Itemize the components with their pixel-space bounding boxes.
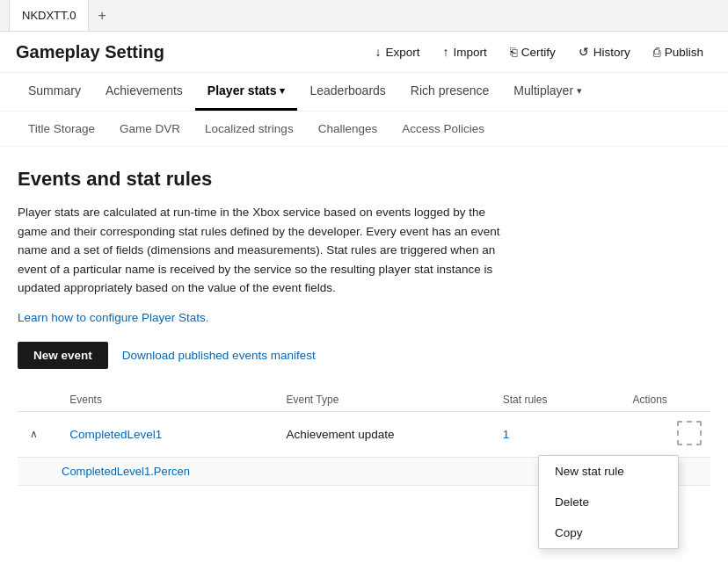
tab-nkdxtt[interactable]: NKDXTT.0 — [9, 0, 89, 31]
col-stat-rules-label: Stat rules — [503, 394, 548, 406]
nav-leaderboards-label: Leaderboards — [309, 83, 385, 98]
table-row: ∧ CompletedLevel1 Achievement update 1 — [18, 411, 710, 457]
col-actions-label: Actions — [633, 394, 667, 406]
new-event-button[interactable]: New event — [18, 342, 108, 369]
nav-game-dvr[interactable]: Game DVR — [107, 112, 193, 146]
multiplayer-chevron-icon: ▾ — [577, 85, 582, 97]
context-menu-new-stat-rule[interactable]: New stat rule — [539, 456, 678, 487]
nav-multiplayer-label: Multiplayer — [513, 83, 573, 98]
import-label: Import — [453, 46, 486, 59]
table-header-row: Events Event Type Stat rules Actions — [18, 388, 710, 412]
nav-rich-presence[interactable]: Rich presence — [398, 73, 502, 111]
actions-row: New event Download published events mani… — [18, 342, 710, 369]
event-name-link[interactable]: CompletedLevel1 — [69, 428, 162, 441]
nav-challenges[interactable]: Challenges — [306, 112, 390, 146]
history-label: History — [593, 46, 630, 59]
nav-summary[interactable]: Summary — [16, 73, 93, 111]
publish-icon: ⎙ — [653, 45, 660, 59]
publish-button[interactable]: ⎙ Publish — [644, 40, 712, 63]
nav-title-storage-label: Title Storage — [28, 122, 95, 135]
col-header-stat-rules: Stat rules — [494, 388, 624, 412]
col-event-type-label: Event Type — [287, 394, 339, 406]
app-title: Gameplay Setting — [16, 42, 352, 62]
col-header-actions: Actions — [624, 388, 711, 412]
nav-player-stats[interactable]: Player stats ▾ — [195, 73, 298, 111]
tab-bar: NKDXTT.0 + — [0, 0, 728, 32]
certify-button[interactable]: ⎗ Certify — [501, 40, 564, 63]
export-label: Export — [385, 46, 419, 59]
expand-cell: ∧ — [18, 411, 61, 457]
tab-label: NKDXTT.0 — [22, 9, 76, 22]
export-button[interactable]: ↓ Export — [366, 40, 428, 63]
import-icon: ↑ — [442, 45, 448, 59]
history-icon: ↺ — [579, 45, 589, 59]
description-text: Player stats are calculated at run-time … — [18, 203, 510, 298]
actions-dashed-button[interactable] — [677, 421, 702, 445]
download-manifest-link[interactable]: Download published events manifest — [122, 349, 316, 362]
export-icon: ↓ — [375, 45, 381, 59]
col-header-event-type: Event Type — [278, 388, 494, 412]
nav-bar-primary: Summary Achievements Player stats ▾ Lead… — [0, 73, 728, 112]
player-stats-chevron-icon: ▾ — [280, 85, 285, 97]
nav-localized-strings[interactable]: Localized strings — [193, 112, 306, 146]
col-header-expand — [18, 388, 61, 412]
col-events-label: Events — [69, 394, 102, 406]
stat-rules-cell: 1 — [494, 411, 624, 457]
nav-game-dvr-label: Game DVR — [120, 122, 180, 135]
expand-button[interactable]: ∧ — [26, 426, 41, 442]
nav-achievements-label: Achievements — [106, 83, 183, 98]
nav-summary-label: Summary — [28, 83, 81, 98]
context-menu-delete[interactable]: Delete — [539, 487, 678, 517]
history-button[interactable]: ↺ History — [570, 40, 639, 63]
new-tab-button[interactable]: + — [89, 8, 114, 24]
publish-label: Publish — [665, 46, 703, 59]
import-button[interactable]: ↑ Import — [433, 40, 495, 63]
event-type-value: Achievement update — [287, 428, 395, 441]
nav-localized-strings-label: Localized strings — [205, 122, 294, 135]
actions-cell — [624, 411, 711, 457]
nav-achievements[interactable]: Achievements — [93, 73, 195, 111]
nav-player-stats-label: Player stats — [207, 83, 277, 98]
nav-title-storage[interactable]: Title Storage — [16, 112, 107, 146]
col-header-events: Events — [61, 388, 277, 412]
stat-rules-link[interactable]: 1 — [503, 428, 510, 441]
app-header: Gameplay Setting ↓ Export ↑ Import ⎗ Cer… — [0, 32, 728, 73]
event-name-cell: CompletedLevel1 — [61, 411, 277, 457]
event-type-cell: Achievement update — [278, 411, 494, 457]
nav-challenges-label: Challenges — [318, 122, 378, 135]
context-menu: New stat rule Delete Copy — [538, 455, 679, 549]
section-title: Events and stat rules — [18, 168, 710, 191]
nav-multiplayer[interactable]: Multiplayer ▾ — [501, 73, 594, 111]
nav-rich-presence-label: Rich presence — [411, 83, 490, 98]
learn-link[interactable]: Learn how to configure Player Stats. — [18, 311, 209, 324]
nav-access-policies-label: Access Policies — [402, 122, 484, 135]
nav-bar-secondary: Title Storage Game DVR Localized strings… — [0, 112, 728, 147]
certify-icon: ⎗ — [510, 45, 517, 59]
certify-label: Certify — [521, 46, 556, 59]
context-menu-copy[interactable]: Copy — [539, 517, 678, 548]
nav-leaderboards[interactable]: Leaderboards — [297, 73, 397, 111]
nav-access-policies[interactable]: Access Policies — [389, 112, 497, 146]
sub-row-link[interactable]: CompletedLevel1.Percen — [62, 465, 190, 478]
main-content: Events and stat rules Player stats are c… — [0, 147, 728, 495]
header-actions: ↓ Export ↑ Import ⎗ Certify ↺ History ⎙ … — [366, 40, 712, 63]
